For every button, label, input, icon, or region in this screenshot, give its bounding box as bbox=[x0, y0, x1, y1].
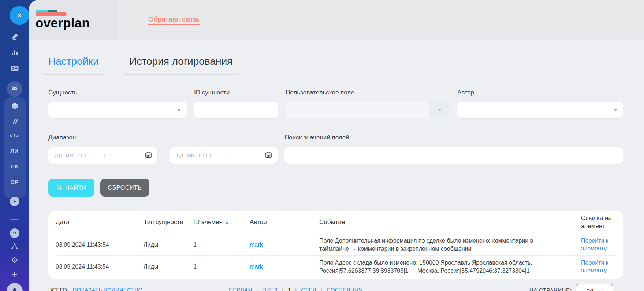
sidebar-item-settings[interactable]: ⚙ bbox=[0, 256, 29, 264]
sidebar-item-li[interactable]: ЛИ bbox=[0, 148, 29, 154]
col-header-event: Событие bbox=[319, 219, 572, 226]
show-count-link[interactable]: ПОКАЗАТЬ КОЛИЧЕСТВО bbox=[72, 287, 142, 291]
sidebar-item-or[interactable]: ОР bbox=[0, 179, 29, 185]
col-header-element-id: ID элемента bbox=[193, 219, 250, 226]
date-to-box bbox=[170, 147, 278, 164]
pagination-separator: | bbox=[256, 287, 258, 291]
sidebar-item-code[interactable]: </> bbox=[0, 133, 29, 139]
custom-field-select[interactable] bbox=[286, 102, 450, 118]
author-link[interactable]: mark bbox=[250, 264, 263, 270]
calendar-icon bbox=[265, 152, 272, 160]
pagination-bar: ВСЕГО: ПОКАЗАТЬ КОЛИЧЕСТВО ПЕРВАЯ | ПРЕД… bbox=[48, 284, 623, 291]
filters-row-1: Сущность ID сущности Пользовательское по… bbox=[48, 89, 623, 118]
date-to-calendar-button[interactable] bbox=[264, 151, 273, 160]
custom-field-dropdown-button[interactable] bbox=[429, 102, 450, 118]
chevron-down-icon bbox=[614, 109, 617, 111]
date-from-calendar-button[interactable] bbox=[144, 151, 153, 160]
app-root: ✕ bbox=[0, 0, 644, 291]
sidebar-item-help[interactable]: ? bbox=[0, 228, 29, 238]
page-first-link[interactable]: ПЕРВАЯ bbox=[229, 287, 252, 291]
cell-element-id: 1 bbox=[193, 264, 250, 270]
plus-icon: + bbox=[12, 269, 17, 279]
brand-logo: overplan bbox=[29, 0, 118, 40]
col-header-author: Автор bbox=[250, 219, 319, 226]
tab-settings[interactable]: Настройки bbox=[43, 55, 104, 75]
calendar-icon bbox=[145, 152, 152, 160]
search-values-input[interactable] bbox=[284, 147, 623, 164]
author-select[interactable] bbox=[457, 102, 623, 118]
per-page-select[interactable]: 20 bbox=[576, 284, 613, 291]
entity-select[interactable] bbox=[48, 102, 187, 118]
entity-id-box bbox=[194, 102, 278, 118]
page-last-link[interactable]: ПОСЛЕДНЯЯ bbox=[327, 287, 363, 291]
current-page: 1 bbox=[288, 287, 291, 291]
page-next-link[interactable]: СЛЕД bbox=[301, 287, 316, 291]
gear-icon: ⚙ bbox=[11, 256, 18, 264]
cell-event: Поле Адрес склада было изменено: 150000 … bbox=[319, 259, 572, 275]
reset-button[interactable]: СБРОСИТЬ bbox=[100, 179, 149, 197]
cell-date: 03.09.2024 11:43:54 bbox=[56, 242, 144, 248]
tabs: Настройки История логирования bbox=[43, 55, 623, 75]
sidebar-item-contacts[interactable] bbox=[0, 64, 29, 72]
log-table-card: Дата Тип сущности ID элемента Автор Собы… bbox=[48, 211, 623, 279]
pagination-separator: | bbox=[321, 287, 322, 291]
user-avatar[interactable] bbox=[7, 283, 23, 291]
pen-signature-icon bbox=[10, 32, 19, 41]
double-slash-icon bbox=[10, 117, 19, 126]
bar-chart-icon bbox=[10, 48, 19, 57]
sidebar-collapse-button[interactable] bbox=[0, 197, 29, 206]
per-page-label: НА СТРАНИЦЕ: bbox=[529, 287, 572, 291]
find-button[interactable]: НАЙТИ bbox=[48, 179, 94, 197]
col-header-date: Дата bbox=[56, 219, 144, 226]
chevron-down-icon bbox=[177, 109, 181, 111]
tab-logging-history[interactable]: История логирования bbox=[124, 55, 238, 75]
custom-field-label: Пользовательское поле bbox=[286, 89, 450, 96]
feedback-link[interactable]: Обратная связь bbox=[148, 15, 200, 25]
cell-entity-type: Лиды bbox=[144, 264, 193, 270]
sidebar-item-signature[interactable] bbox=[0, 32, 29, 41]
sidebar-item-products[interactable] bbox=[0, 102, 29, 111]
id-card-icon bbox=[10, 64, 19, 72]
top-header: overplan Обратная связь bbox=[29, 0, 644, 40]
main-area: overplan Обратная связь Настройки Истори… bbox=[29, 0, 644, 291]
chevron-down-icon bbox=[10, 197, 19, 206]
sidebar-item-bots-active[interactable] bbox=[7, 81, 22, 97]
actions-row: НАЙТИ СБРОСИТЬ bbox=[48, 179, 623, 197]
entity-id-input[interactable] bbox=[194, 102, 278, 118]
chevron-down-icon bbox=[438, 109, 442, 111]
cell-date: 03.09.2024 11:43:54 bbox=[56, 264, 144, 270]
entity-id-label: ID сущности bbox=[194, 89, 278, 96]
chevron-down-icon bbox=[599, 288, 603, 291]
go-to-element-link[interactable]: Перейти к элементу bbox=[581, 260, 608, 273]
search-icon bbox=[56, 184, 62, 191]
sidebar-divider bbox=[10, 219, 19, 220]
table-row: 03.09.2024 11:43:54 Лиды 1 mark Поле Доп… bbox=[56, 234, 616, 255]
pagination-separator: | bbox=[295, 287, 297, 291]
author-label: Автор bbox=[457, 89, 623, 96]
close-icon: ✕ bbox=[16, 11, 22, 20]
cell-entity-type: Лиды bbox=[144, 242, 193, 248]
date-from-box bbox=[48, 147, 157, 164]
sidebar-item-analytics[interactable] bbox=[0, 48, 29, 57]
close-sidebar-button[interactable]: ✕ bbox=[10, 6, 29, 25]
robot-icon bbox=[10, 85, 19, 93]
col-header-entity-type: Тип сущности bbox=[144, 219, 193, 226]
entity-label: Сущность bbox=[48, 89, 187, 96]
search-values-box bbox=[284, 147, 623, 164]
date-to-input[interactable] bbox=[170, 147, 264, 164]
author-link[interactable]: mark bbox=[250, 242, 263, 248]
sidebar-item-pk[interactable]: ПК bbox=[0, 163, 29, 169]
range-separator: – bbox=[162, 152, 165, 159]
share-nodes-icon bbox=[10, 242, 19, 251]
sidebar-item-quiz[interactable] bbox=[0, 117, 29, 126]
pagination-separator: | bbox=[282, 287, 283, 291]
table-row: 03.09.2024 11:43:54 Лиды 1 mark Поле Адр… bbox=[56, 255, 616, 277]
date-from-input[interactable] bbox=[48, 147, 144, 164]
per-page-value: 20 bbox=[587, 288, 593, 291]
sidebar-item-integrations[interactable] bbox=[0, 242, 29, 251]
sidebar-item-add[interactable]: + bbox=[0, 269, 29, 279]
table-header-row: Дата Тип сущности ID элемента Автор Собы… bbox=[56, 211, 616, 234]
page-prev-link[interactable]: ПРЕД bbox=[262, 287, 278, 291]
sidebar: ✕ bbox=[0, 0, 29, 291]
go-to-element-link[interactable]: Перейти к элементу bbox=[581, 238, 608, 251]
